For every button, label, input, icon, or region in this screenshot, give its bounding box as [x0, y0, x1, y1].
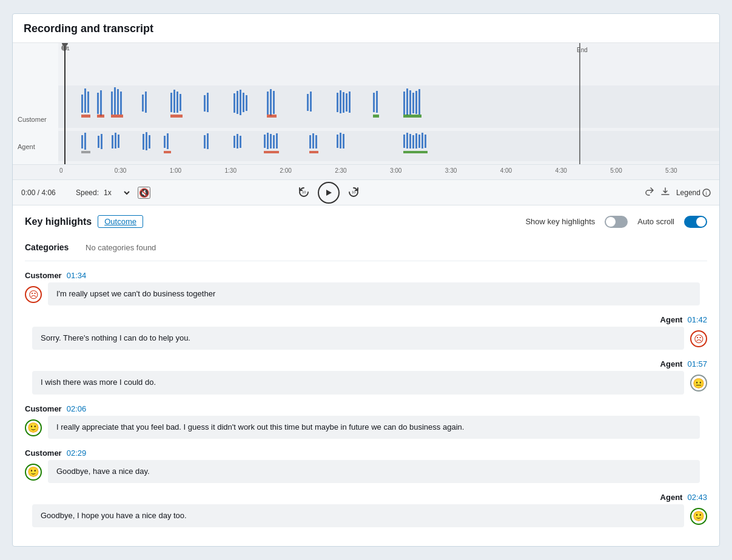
sentiment-icon-5: 🙂 [25, 464, 42, 481]
svg-rect-49 [81, 135, 83, 148]
svg-rect-86 [418, 135, 420, 148]
auto-scroll-toggle[interactable] [684, 216, 707, 228]
svg-rect-67 [240, 136, 241, 148]
message-row-2: ☹ Sorry. There's nothing I can do to hel… [25, 327, 707, 350]
play-button[interactable] [318, 182, 340, 204]
ruler-marks: 0 0:30 1:00 1:30 2:00 2:30 3:00 3:30 4:0… [58, 167, 719, 174]
svg-rect-75 [312, 133, 314, 148]
svg-rect-78 [337, 135, 338, 148]
svg-rect-19 [180, 94, 181, 111]
outcome-tab[interactable]: Outcome [98, 215, 143, 228]
forward-button[interactable]: 10 [344, 184, 363, 202]
svg-rect-53 [101, 134, 102, 149]
svg-rect-60 [164, 136, 166, 148]
timestamp-6: 02:43 [687, 493, 707, 502]
svg-text:10: 10 [352, 190, 356, 194]
transcript-scroll[interactable]: Customer 01:34 ☹ I'm really upset we can… [25, 265, 707, 543]
message-bubble-2: Sorry. There's nothing I can do to help … [32, 327, 684, 350]
svg-rect-82 [406, 133, 408, 148]
svg-rect-28 [267, 92, 269, 115]
speed-select[interactable]: 1x 1.25x 1.5x 2x [101, 188, 132, 198]
svg-rect-20 [170, 115, 183, 118]
svg-rect-37 [346, 93, 348, 112]
speaker-line-1: Customer 01:34 [25, 265, 707, 282]
ruler-mark-200: 2:00 [278, 167, 334, 174]
svg-rect-81 [403, 135, 405, 148]
rewind-button[interactable]: 10 [295, 184, 313, 202]
svg-rect-59 [149, 135, 150, 148]
message-row-6: 🙂 Goodbye, I hope you have a nice day to… [25, 504, 707, 527]
agent-header-row-3: Agent 01:57 [25, 353, 707, 371]
agent-header-row-2: Agent 01:42 [25, 309, 707, 327]
ruler-mark-130: 1:30 [223, 167, 278, 174]
timestamp-2: 01:42 [687, 315, 707, 324]
svg-rect-71 [273, 135, 275, 148]
svg-rect-21 [204, 95, 206, 112]
highlights-right: Show key highlights Auto scroll [525, 216, 707, 228]
speaker-line-5: Customer 02:29 [25, 442, 707, 460]
svg-text:End: End [577, 47, 588, 53]
speaker-name-2: Agent [660, 315, 683, 324]
svg-rect-52 [98, 136, 99, 148]
svg-rect-56 [118, 135, 119, 148]
svg-rect-41 [373, 115, 379, 118]
svg-text:10: 10 [302, 190, 306, 194]
show-key-highlights-knob [606, 217, 616, 227]
svg-rect-12 [120, 92, 122, 115]
message-row-1: ☹ I'm really upset we can't do business … [25, 282, 707, 305]
svg-rect-44 [409, 90, 411, 115]
svg-rect-18 [176, 92, 178, 113]
svg-rect-32 [307, 94, 309, 111]
agent-track-label: Agent [18, 143, 35, 150]
svg-rect-34 [337, 93, 338, 112]
svg-rect-54 [112, 135, 113, 148]
speaker-name-5: Customer [25, 448, 62, 458]
ruler-mark-100: 1:00 [169, 167, 224, 174]
svg-rect-40 [376, 91, 378, 113]
svg-rect-70 [270, 134, 272, 148]
waveform-area[interactable]: Customer Agent End [13, 43, 719, 164]
svg-rect-4 [87, 92, 89, 113]
categories-row: Categories No categories found [25, 236, 707, 261]
message-bubble-6: Goodbye, I hope you have a nice day too. [32, 504, 684, 527]
svg-rect-25 [240, 90, 241, 115]
svg-rect-5 [81, 115, 90, 118]
svg-rect-10 [114, 87, 116, 115]
svg-rect-85 [415, 133, 417, 148]
svg-rect-61 [167, 133, 169, 149]
svg-rect-89 [403, 151, 428, 153]
svg-rect-57 [143, 134, 144, 150]
highlights-title: Key highlights [25, 216, 92, 227]
speaker-line-4: Customer 02:06 [25, 398, 707, 416]
waveform-canvas[interactable]: End [58, 43, 719, 164]
highlights-header: Key highlights Outcome Show key highligh… [25, 215, 707, 228]
volume-button[interactable]: 🔇 [138, 187, 150, 199]
legend-button[interactable]: Legend i [676, 188, 711, 197]
message-row-3: 😐 I wish there was more I could do. [25, 371, 707, 394]
ruler-mark-230: 2:30 [334, 167, 389, 174]
no-categories-text: No categories found [86, 243, 156, 252]
svg-rect-27 [246, 95, 247, 111]
main-container: Recording and transcript Customer Agent [12, 13, 720, 547]
svg-rect-2 [81, 95, 83, 113]
svg-rect-62 [164, 151, 171, 153]
svg-rect-22 [207, 93, 209, 112]
download-button[interactable] [660, 187, 670, 199]
timeline-ruler: 0 0:30 1:00 1:30 2:00 2:30 3:00 3:30 4:0… [13, 164, 719, 179]
waveform-labels: Customer Agent [13, 43, 58, 164]
playhead [64, 43, 65, 164]
show-key-highlights-toggle[interactable] [605, 216, 628, 228]
message-bubble-5: Goodbye, have a nice day. [48, 460, 700, 483]
svg-rect-48 [403, 115, 421, 118]
svg-rect-58 [146, 132, 147, 150]
svg-rect-77 [309, 151, 318, 153]
ruler-mark-530: 5:30 [664, 167, 719, 174]
categories-label: Categories [25, 242, 79, 252]
share-button[interactable] [645, 187, 654, 199]
svg-rect-47 [418, 89, 420, 115]
speaker-name-6: Agent [660, 493, 683, 502]
svg-rect-69 [267, 133, 269, 149]
svg-rect-9 [111, 92, 113, 115]
message-bubble-3: I wish there was more I could do. [32, 371, 684, 394]
message-row-5: 🙂 Goodbye, have a nice day. [25, 460, 707, 483]
